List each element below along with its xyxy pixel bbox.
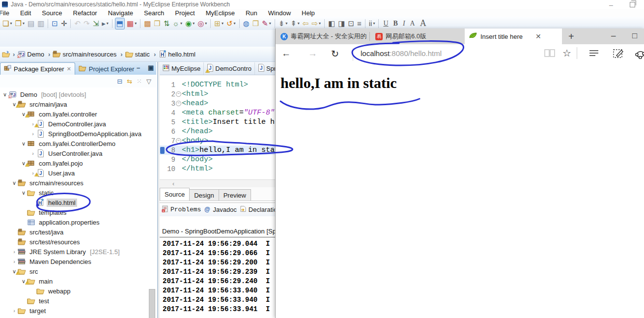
- tree-item-springbootdemoapplication-java[interactable]: ›JSpringBootDemoApplication.java: [30, 129, 143, 139]
- view-menu-button[interactable]: ▽: [146, 78, 151, 85]
- dropdown-arrow-icon[interactable]: ▾: [373, 21, 375, 26]
- code-line-4[interactable]: 4<meta charset="UTF-8": [160, 108, 275, 117]
- tree-item-com-liyafei-pojo[interactable]: ∨!com.liyafei.pojo: [21, 158, 84, 168]
- tree-item-test[interactable]: test: [21, 296, 51, 306]
- code-line-10[interactable]: 10</html>: [160, 164, 275, 173]
- menu-help[interactable]: Help: [296, 9, 320, 17]
- window-restore-button[interactable]: [630, 2, 635, 7]
- open-file-button[interactable]: ❒: [252, 18, 260, 29]
- console-tab-javadoc[interactable]: @Javadoc: [204, 205, 236, 214]
- dropdown-arrow-icon[interactable]: ▾: [285, 21, 287, 26]
- web-note-icon[interactable]: [613, 48, 624, 61]
- font-smaller-button[interactable]: A: [408, 20, 418, 28]
- collapsed-arrow-icon[interactable]: ›: [11, 249, 17, 255]
- link-with-editor-button[interactable]: ⇆: [127, 78, 132, 85]
- dropdown-arrow-icon[interactable]: ▾: [107, 21, 109, 26]
- editor-tab-myeclipse[interactable]: MyEclipse: [160, 62, 204, 75]
- breadcrumb-item-static[interactable]: static: [135, 51, 150, 58]
- prev-annotation-button[interactable]: ⇞▾: [289, 18, 301, 29]
- address-input[interactable]: localhost:8080/hello.html: [361, 49, 442, 58]
- close-icon[interactable]: ✕: [67, 66, 71, 72]
- palette-button[interactable]: ▩: [143, 18, 152, 29]
- breadcrumb-item-demo[interactable]: Demo: [27, 51, 44, 58]
- menu-refactor[interactable]: Refactor: [68, 9, 103, 17]
- debug-button[interactable]: ☼▾: [171, 18, 183, 29]
- code-line-3[interactable]: 3−<head>: [160, 99, 275, 108]
- dropdown-arrow-icon[interactable]: ▾: [234, 21, 236, 26]
- tab-project-explorer[interactable]: Project Explorer: [75, 63, 138, 75]
- browser-tab-2[interactable]: 易网易邮箱6.0版: [371, 29, 461, 44]
- tree-item-hello-html[interactable]: Hhello.html: [30, 198, 77, 207]
- show-left-pane-button[interactable]: ◧: [327, 18, 336, 29]
- deploy-button[interactable]: ⇅: [163, 18, 171, 29]
- tree-item-com-liyafei-controllerdemo[interactable]: ∨com.liyafei.ControllerDemo: [21, 139, 117, 148]
- tab-preview[interactable]: Preview: [219, 189, 251, 201]
- expanded-arrow-icon[interactable]: ∨: [21, 190, 27, 196]
- save-button[interactable]: ▤: [27, 18, 35, 29]
- open-folder-button[interactable]: ❒: [153, 18, 161, 29]
- dropdown-arrow-icon[interactable]: ▾: [180, 21, 182, 26]
- expanded-arrow-icon[interactable]: ∨: [11, 180, 17, 186]
- dropdown-arrow-icon[interactable]: ▾: [298, 21, 300, 26]
- hscroll-left-arrow[interactable]: ‹: [172, 180, 174, 187]
- code-line-6[interactable]: 6</head>: [160, 127, 275, 136]
- tab-package-explorer[interactable]: Package Explorer✕: [0, 62, 75, 75]
- bold-button[interactable]: B: [391, 20, 400, 28]
- new-web-project-button[interactable]: ⊞▾: [213, 18, 224, 29]
- tree-item-src-main-resources[interactable]: ∨src/main/resources: [11, 178, 85, 188]
- menu-project[interactable]: Project: [169, 9, 200, 17]
- tree-item-target[interactable]: ›target: [11, 306, 47, 316]
- menu-window[interactable]: Window: [263, 9, 296, 17]
- browser-minimize-button[interactable]: –: [611, 31, 616, 41]
- editor-hscrollbar[interactable]: ‹: [160, 179, 275, 187]
- tree-item-maven-dependencies[interactable]: ›Maven Dependencies: [11, 257, 93, 266]
- tree-item-jre-system-library[interactable]: ›JRE System Library[J2SE-1.5]: [11, 247, 120, 257]
- menu-run[interactable]: Run: [240, 9, 263, 17]
- inspect-button[interactable]: ✛: [60, 18, 68, 29]
- tab-close-icon[interactable]: ✕: [535, 32, 541, 40]
- editor-tab-sprin[interactable]: JSprin: [255, 62, 275, 75]
- hub-icon[interactable]: [588, 48, 600, 60]
- code-line-8[interactable]: 8<h1>hello,I am in sta: [160, 145, 275, 155]
- show-right-pane-button[interactable]: ◨: [337, 18, 346, 29]
- breadcrumb-item-src-main-resources[interactable]: src/main/resources: [62, 51, 116, 58]
- dropdown-arrow-icon[interactable]: ▾: [135, 21, 137, 26]
- run-button[interactable]: ◉▾: [184, 18, 196, 29]
- refresh-icon[interactable]: ↻: [331, 48, 339, 59]
- outline-view-button[interactable]: ≡: [356, 18, 363, 29]
- view-minimize-button[interactable]: –: [137, 64, 140, 71]
- view-maximize-button[interactable]: ▣: [148, 64, 154, 71]
- browser-tab-1[interactable]: K毒霸网址大全 - 安全实用的: [277, 29, 369, 44]
- tree-item-static[interactable]: ∨static: [21, 188, 55, 198]
- dropdown-arrow-icon[interactable]: ▾: [23, 21, 25, 26]
- browser-maximize-button[interactable]: □: [632, 31, 637, 41]
- next-annotation-button[interactable]: ⇟▾: [278, 18, 289, 29]
- tree-item-src-test-java[interactable]: src/test/java: [11, 227, 65, 237]
- globe-button[interactable]: ◍: [242, 18, 251, 29]
- tree-item-application-properties[interactable]: application.properties: [21, 217, 101, 227]
- new-wizard-button[interactable]: ❏▾: [1, 18, 13, 29]
- menu-myeclipse[interactable]: MyEclipse: [200, 9, 240, 17]
- launch-button[interactable]: ▸▾: [101, 18, 110, 29]
- tree-item-templates[interactable]: templates: [21, 207, 68, 217]
- code-line-5[interactable]: 5<title>Insert title h: [160, 117, 275, 127]
- toggle-guides-button[interactable]: ii▾: [368, 18, 376, 29]
- tree-scrollbar-thumb[interactable]: [149, 289, 155, 318]
- open-resource-button[interactable]: ⬒: [115, 18, 125, 29]
- dropdown-arrow-icon[interactable]: ▾: [222, 21, 224, 26]
- filters-button[interactable]: ⁙: [137, 78, 142, 85]
- fold-collapse-icon[interactable]: −: [175, 101, 182, 106]
- menu-edit[interactable]: Edit: [15, 9, 36, 17]
- editor-tab-democontro[interactable]: J!DemoContro: [204, 62, 255, 75]
- tree-item-com-liyafei-controller[interactable]: ∨!com.liyafei.controller: [21, 109, 99, 119]
- image-view-button[interactable]: ⊡: [347, 18, 355, 29]
- menu-source[interactable]: Source: [36, 9, 67, 17]
- new-java-project-button[interactable]: ❐▾: [14, 18, 25, 29]
- perspective-grid-button[interactable]: ▦▾: [126, 18, 138, 29]
- undo-button[interactable]: ↶: [73, 18, 82, 29]
- redo-button[interactable]: ↷: [83, 18, 91, 29]
- dropdown-arrow-icon[interactable]: ▾: [193, 21, 195, 26]
- underline-button[interactable]: U: [381, 20, 391, 28]
- collapsed-arrow-icon[interactable]: ›: [11, 308, 17, 314]
- collapsed-arrow-icon[interactable]: ›: [30, 131, 36, 137]
